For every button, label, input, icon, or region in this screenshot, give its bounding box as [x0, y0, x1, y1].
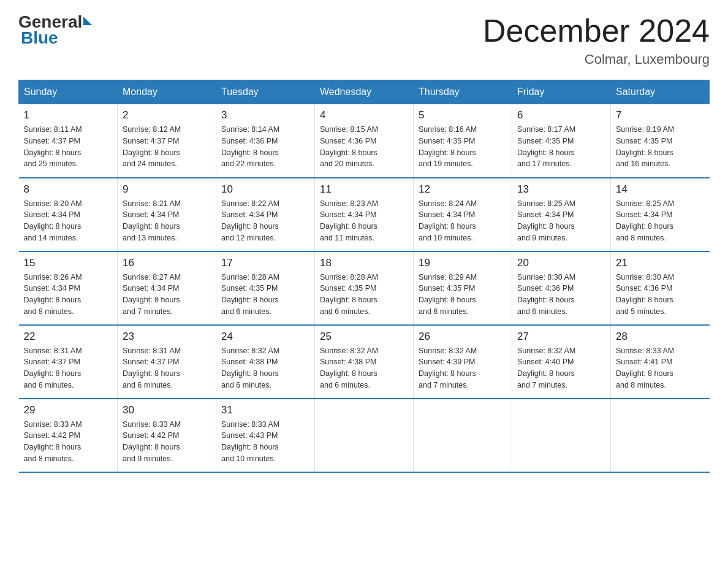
calendar-cell: 3 Sunrise: 8:14 AM Sunset: 4:36 PM Dayli…: [216, 104, 315, 178]
calendar-cell: 1 Sunrise: 8:11 AM Sunset: 4:37 PM Dayli…: [19, 104, 118, 178]
calendar-cell: 22 Sunrise: 8:31 AM Sunset: 4:37 PM Dayl…: [19, 325, 118, 399]
calendar-cell: 29 Sunrise: 8:33 AM Sunset: 4:42 PM Dayl…: [19, 399, 118, 472]
day-number: 24: [221, 331, 309, 343]
day-info: Sunrise: 8:16 AM Sunset: 4:35 PM Dayligh…: [419, 124, 507, 170]
day-number: 22: [24, 331, 113, 343]
logo-triangle-icon: [83, 17, 92, 25]
calendar-cell: 14 Sunrise: 8:25 AM Sunset: 4:34 PM Dayl…: [611, 178, 710, 251]
day-info: Sunrise: 8:19 AM Sunset: 4:35 PM Dayligh…: [616, 124, 705, 170]
calendar-cell: 12 Sunrise: 8:24 AM Sunset: 4:34 PM Dayl…: [414, 178, 512, 251]
day-number: 13: [517, 183, 605, 196]
day-number: 4: [320, 109, 408, 121]
page-header: General Blue December 2024 Colmar, Luxem…: [18, 12, 710, 67]
day-number: 12: [419, 183, 507, 196]
day-number: 9: [123, 183, 211, 196]
day-info: Sunrise: 8:30 AM Sunset: 4:36 PM Dayligh…: [616, 272, 705, 318]
day-info: Sunrise: 8:21 AM Sunset: 4:34 PM Dayligh…: [123, 198, 211, 244]
header-sunday: Sunday: [19, 80, 118, 104]
day-number: 26: [419, 331, 507, 343]
calendar-cell: 25 Sunrise: 8:32 AM Sunset: 4:38 PM Dayl…: [315, 325, 414, 399]
header-wednesday: Wednesday: [315, 80, 414, 104]
day-info: Sunrise: 8:22 AM Sunset: 4:34 PM Dayligh…: [221, 198, 309, 244]
day-number: 8: [24, 183, 113, 196]
day-number: 2: [123, 109, 211, 121]
day-number: 16: [123, 257, 211, 269]
day-info: Sunrise: 8:26 AM Sunset: 4:34 PM Dayligh…: [24, 272, 113, 318]
day-info: Sunrise: 8:30 AM Sunset: 4:36 PM Dayligh…: [517, 272, 605, 318]
day-info: Sunrise: 8:33 AM Sunset: 4:42 PM Dayligh…: [24, 419, 113, 465]
calendar-cell: 10 Sunrise: 8:22 AM Sunset: 4:34 PM Dayl…: [216, 178, 315, 251]
calendar-cell: 6 Sunrise: 8:17 AM Sunset: 4:35 PM Dayli…: [512, 104, 611, 178]
day-info: Sunrise: 8:29 AM Sunset: 4:35 PM Dayligh…: [419, 272, 507, 318]
calendar-cell: 21 Sunrise: 8:30 AM Sunset: 4:36 PM Dayl…: [611, 251, 710, 325]
day-number: 20: [517, 257, 605, 269]
calendar-cell: 26 Sunrise: 8:32 AM Sunset: 4:39 PM Dayl…: [414, 325, 512, 399]
calendar-cell: 30 Sunrise: 8:33 AM Sunset: 4:42 PM Dayl…: [118, 399, 216, 472]
calendar-cell: 8 Sunrise: 8:20 AM Sunset: 4:34 PM Dayli…: [19, 178, 118, 251]
day-info: Sunrise: 8:33 AM Sunset: 4:42 PM Dayligh…: [123, 419, 211, 465]
calendar-week-row: 8 Sunrise: 8:20 AM Sunset: 4:34 PM Dayli…: [19, 178, 710, 251]
day-info: Sunrise: 8:14 AM Sunset: 4:36 PM Dayligh…: [221, 124, 309, 170]
calendar-cell: 19 Sunrise: 8:29 AM Sunset: 4:35 PM Dayl…: [414, 251, 512, 325]
calendar-cell: 17 Sunrise: 8:28 AM Sunset: 4:35 PM Dayl…: [216, 251, 315, 325]
day-number: 3: [221, 109, 309, 121]
day-info: Sunrise: 8:17 AM Sunset: 4:35 PM Dayligh…: [517, 124, 605, 170]
calendar-cell: 7 Sunrise: 8:19 AM Sunset: 4:35 PM Dayli…: [611, 104, 710, 178]
calendar-cell: 31 Sunrise: 8:33 AM Sunset: 4:43 PM Dayl…: [216, 399, 315, 472]
logo: General Blue: [18, 12, 92, 48]
header-tuesday: Tuesday: [216, 80, 315, 104]
calendar-cell: 20 Sunrise: 8:30 AM Sunset: 4:36 PM Dayl…: [512, 251, 611, 325]
calendar-week-row: 1 Sunrise: 8:11 AM Sunset: 4:37 PM Dayli…: [19, 104, 710, 178]
day-number: 27: [517, 331, 605, 343]
calendar-cell: [611, 399, 710, 472]
calendar-week-row: 22 Sunrise: 8:31 AM Sunset: 4:37 PM Dayl…: [19, 325, 710, 399]
day-info: Sunrise: 8:15 AM Sunset: 4:36 PM Dayligh…: [320, 124, 408, 170]
day-info: Sunrise: 8:25 AM Sunset: 4:34 PM Dayligh…: [616, 198, 705, 244]
header-monday: Monday: [118, 80, 216, 104]
day-number: 18: [320, 257, 408, 269]
calendar-week-row: 15 Sunrise: 8:26 AM Sunset: 4:34 PM Dayl…: [19, 251, 710, 325]
day-number: 31: [221, 404, 309, 416]
title-section: December 2024 Colmar, Luxembourg: [483, 12, 710, 67]
weekday-header-row: Sunday Monday Tuesday Wednesday Thursday…: [19, 80, 710, 104]
day-number: 5: [419, 109, 507, 121]
day-info: Sunrise: 8:28 AM Sunset: 4:35 PM Dayligh…: [320, 272, 408, 318]
day-info: Sunrise: 8:33 AM Sunset: 4:43 PM Dayligh…: [221, 419, 309, 465]
day-number: 28: [616, 331, 705, 343]
day-number: 11: [320, 183, 408, 196]
day-number: 25: [320, 331, 408, 343]
calendar-cell: 5 Sunrise: 8:16 AM Sunset: 4:35 PM Dayli…: [414, 104, 512, 178]
day-info: Sunrise: 8:32 AM Sunset: 4:40 PM Dayligh…: [517, 345, 605, 391]
day-number: 19: [419, 257, 507, 269]
day-number: 15: [24, 257, 113, 269]
calendar-cell: 24 Sunrise: 8:32 AM Sunset: 4:38 PM Dayl…: [216, 325, 315, 399]
day-number: 7: [616, 109, 705, 121]
day-number: 30: [123, 404, 211, 416]
calendar-cell: 9 Sunrise: 8:21 AM Sunset: 4:34 PM Dayli…: [118, 178, 216, 251]
calendar-cell: [512, 399, 611, 472]
calendar-cell: 2 Sunrise: 8:12 AM Sunset: 4:37 PM Dayli…: [118, 104, 216, 178]
day-info: Sunrise: 8:31 AM Sunset: 4:37 PM Dayligh…: [24, 345, 113, 391]
day-number: 29: [24, 404, 113, 416]
day-number: 1: [24, 109, 113, 121]
day-number: 23: [123, 331, 211, 343]
day-info: Sunrise: 8:12 AM Sunset: 4:37 PM Dayligh…: [123, 124, 211, 170]
logo-blue-text: Blue: [21, 28, 58, 48]
day-info: Sunrise: 8:27 AM Sunset: 4:34 PM Dayligh…: [123, 272, 211, 318]
day-number: 10: [221, 183, 309, 196]
calendar-cell: 27 Sunrise: 8:32 AM Sunset: 4:40 PM Dayl…: [512, 325, 611, 399]
day-info: Sunrise: 8:31 AM Sunset: 4:37 PM Dayligh…: [123, 345, 211, 391]
day-info: Sunrise: 8:11 AM Sunset: 4:37 PM Dayligh…: [24, 124, 113, 170]
calendar-cell: 16 Sunrise: 8:27 AM Sunset: 4:34 PM Dayl…: [118, 251, 216, 325]
day-info: Sunrise: 8:24 AM Sunset: 4:34 PM Dayligh…: [419, 198, 507, 244]
header-friday: Friday: [512, 80, 611, 104]
calendar-subtitle: Colmar, Luxembourg: [483, 52, 710, 67]
day-number: 14: [616, 183, 705, 196]
day-info: Sunrise: 8:23 AM Sunset: 4:34 PM Dayligh…: [320, 198, 408, 244]
header-saturday: Saturday: [611, 80, 710, 104]
day-info: Sunrise: 8:20 AM Sunset: 4:34 PM Dayligh…: [24, 198, 113, 244]
calendar-cell: 23 Sunrise: 8:31 AM Sunset: 4:37 PM Dayl…: [118, 325, 216, 399]
calendar-week-row: 29 Sunrise: 8:33 AM Sunset: 4:42 PM Dayl…: [19, 399, 710, 472]
day-number: 21: [616, 257, 705, 269]
calendar-title: December 2024: [483, 12, 710, 49]
